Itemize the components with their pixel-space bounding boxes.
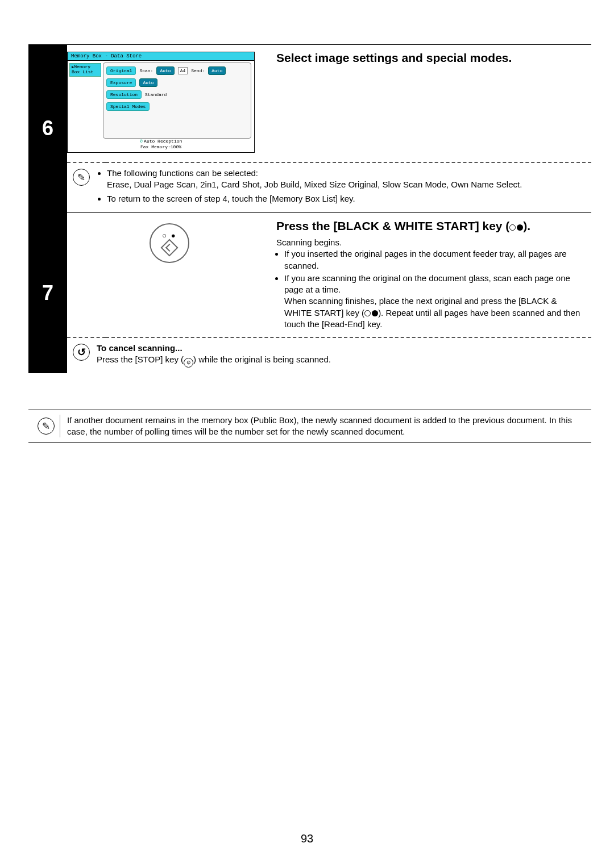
- step-number-7: 7: [28, 213, 67, 373]
- step-7-heading: Press the [BLACK & WHITE START] key ().: [276, 219, 586, 233]
- note-line-1: The following functions can be selected:: [107, 168, 258, 178]
- manual-page: 6 Memory Box - Data Store ▶Memory Box Li…: [28, 44, 591, 443]
- step-6-note: ✎ The following functions can be selecte…: [67, 163, 591, 212]
- memory-box-screen: Memory Box - Data Store ▶Memory Box List…: [67, 52, 255, 153]
- scanning-begins: Scanning begins.: [276, 237, 586, 248]
- send-label: Send:: [191, 68, 205, 73]
- step-7: 7 ○ ● Press the [BLACK & WHITE START] ke…: [28, 212, 591, 373]
- pencil-icon: ✎: [38, 418, 55, 435]
- cancel-post: ) while the original is being scanned.: [193, 354, 331, 364]
- bw-start-symbol: [509, 224, 523, 231]
- diamond-icon: [160, 239, 178, 257]
- bw-start-symbol-inline: [364, 310, 378, 316]
- special-modes-button[interactable]: Special Modes: [106, 102, 150, 111]
- heading-post: ).: [523, 219, 530, 232]
- exposure-value[interactable]: Auto: [139, 78, 157, 87]
- phone-icon: ✆: [140, 139, 143, 144]
- step-6-body: Memory Box - Data Store ▶Memory Box List…: [67, 45, 591, 162]
- bullet-glass: If you are scanning the original on the …: [284, 273, 586, 330]
- step-7-body: ○ ● Press the [BLACK & WHITE START] key …: [67, 213, 591, 337]
- pencil-icon: ✎: [73, 169, 90, 186]
- bw-start-key-icon: ○ ●: [150, 223, 189, 263]
- scan-auto-button[interactable]: Auto: [156, 66, 174, 75]
- original-button[interactable]: Original: [106, 66, 136, 75]
- auto-reception-label: Auto Reception: [144, 139, 182, 144]
- fax-memory-label: Fax Memory:100%: [68, 144, 254, 150]
- note-line-2: Erase, Dual Page Scan, 2in1, Card Shot, …: [107, 180, 522, 189]
- stop-key-icon: ⊚: [184, 358, 193, 368]
- step-6-heading: Select image settings and special modes.: [276, 51, 586, 65]
- step-6: 6 Memory Box - Data Store ▶Memory Box Li…: [28, 44, 591, 212]
- info-text: If another document remains in the memor…: [67, 415, 588, 438]
- bullet-feeder: If you inserted the original pages in th…: [284, 248, 586, 272]
- page-number: 93: [0, 832, 614, 845]
- resolution-button[interactable]: Resolution: [106, 90, 142, 99]
- note-functions-intro: The following functions can be selected:…: [107, 168, 586, 191]
- scan-size-button[interactable]: A4: [178, 67, 188, 74]
- step-6-screenshot-col: Memory Box - Data Store ▶Memory Box List…: [67, 51, 272, 156]
- memory-box-list-label: Memory Box List: [72, 64, 93, 74]
- cancel-title: To cancel scanning...: [97, 343, 586, 354]
- cancel-text: Press the [STOP] key (⊚) while the origi…: [97, 354, 586, 368]
- note-return: To return to the screen of step 4, touch…: [107, 193, 586, 205]
- resolution-value: Standard: [145, 92, 167, 97]
- info-box: ✎ If another document remains in the mem…: [28, 410, 591, 443]
- scan-label: Scan:: [139, 68, 153, 73]
- memory-box-list-button[interactable]: ▶Memory Box List: [69, 63, 101, 77]
- exposure-button[interactable]: Exposure: [106, 78, 136, 87]
- heading-pre: Press the [BLACK & WHITE START] key (: [276, 219, 509, 232]
- cancel-pre: Press the [STOP] key (: [97, 354, 184, 364]
- screen-footer: ✆Auto Reception Fax Memory:100%: [68, 139, 254, 150]
- bullet-glass-a: If you are scanning the original on the …: [284, 273, 570, 294]
- screen-title: Memory Box - Data Store: [68, 52, 254, 61]
- back-arrow-icon: ↺: [73, 344, 90, 361]
- send-auto-button[interactable]: Auto: [208, 66, 226, 75]
- step-number-6: 6: [28, 45, 67, 212]
- step-7-cancel-note: ↺ To cancel scanning... Press the [STOP]…: [67, 338, 591, 373]
